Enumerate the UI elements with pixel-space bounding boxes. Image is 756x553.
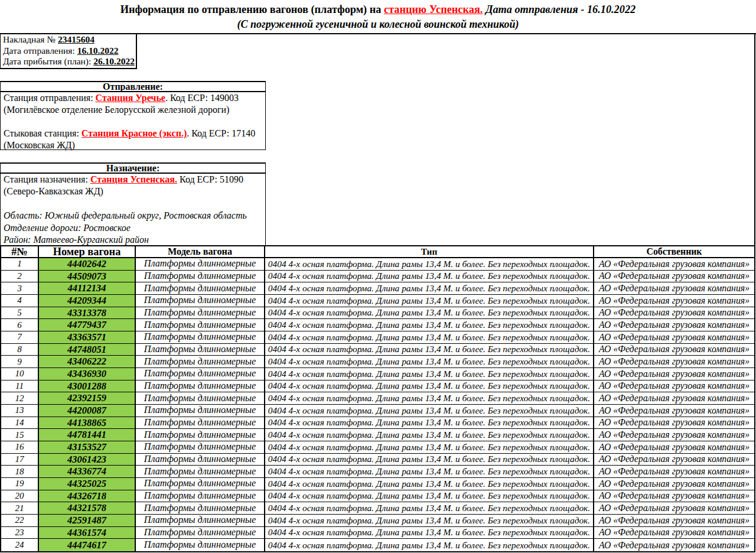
row-index-cell: 17 <box>1 454 39 466</box>
wagon-type-cell: 0404 4-х осная платформа. Длина рамы 13,… <box>265 380 594 393</box>
wagon-owner-cell: АО «Федеральная грузовая компания» <box>594 429 754 441</box>
wagon-type-cell: 0404 4-х осная платформа. Длина рамы 13,… <box>265 392 594 405</box>
wagon-model-cell: Платформы длинномерные <box>136 429 265 441</box>
wagon-type-cell: 0404 4-х осная платформа. Длина рамы 13,… <box>265 515 594 527</box>
destination-station-link[interactable]: Станция Успенская. <box>90 174 177 184</box>
wagon-number-cell[interactable]: 43436930 <box>39 368 136 380</box>
waybill-number-value: 23415604 <box>58 34 94 44</box>
junction-station-code: . Код ЕСР: 17140 <box>187 128 255 138</box>
wagon-number-cell[interactable]: 44779437 <box>39 319 136 331</box>
wagon-owner-cell: АО «Федеральная грузовая компания» <box>594 319 754 331</box>
wagon-number-cell[interactable]: 43153527 <box>39 441 136 454</box>
wagon-number-cell[interactable]: 44326718 <box>39 490 136 503</box>
wagon-owner-cell: АО «Федеральная грузовая компания» <box>594 527 754 539</box>
destination-section-header: Назначение: <box>1 164 265 174</box>
wagon-type-cell: 0404 4-х осная платформа. Длина рамы 13,… <box>265 319 594 331</box>
wagon-number-cell[interactable]: 44474617 <box>39 539 136 551</box>
wagon-number-cell[interactable]: 44209344 <box>39 295 136 307</box>
row-index-cell: 12 <box>1 392 39 405</box>
wagon-type-cell: 0404 4-х осная платформа. Длина рамы 13,… <box>265 502 594 515</box>
departure-blank-line <box>4 116 265 128</box>
wagon-number-cell[interactable]: 44748051 <box>39 344 136 356</box>
junction-station-label: Стыковая станция: <box>4 128 82 138</box>
right-border-line <box>754 34 755 245</box>
waybill-number-line: Накладная № 23415604 <box>3 34 136 45</box>
wagon-number-cell[interactable]: 42392159 <box>39 392 136 405</box>
departure-date-line: Дата отправления: 16.10.2022 <box>3 45 136 57</box>
wagon-type-cell: 0404 4-х осная платформа. Длина рамы 13,… <box>265 466 594 478</box>
wagon-number-cell[interactable]: 44336774 <box>39 466 136 478</box>
row-index-cell: 15 <box>1 429 39 441</box>
wagon-type-cell: 0404 4-х осная платформа. Длина рамы 13,… <box>265 282 594 295</box>
wagon-owner-cell: АО «Федеральная грузовая компания» <box>594 478 754 490</box>
row-index-cell: 10 <box>1 368 39 380</box>
wagon-model-cell: Платформы длинномерные <box>136 515 265 527</box>
title-date: Дата отправления - 16.10.2022 <box>483 4 636 15</box>
wagon-type-cell: 0404 4-х осная платформа. Длина рамы 13,… <box>265 307 594 320</box>
wagon-number-cell[interactable]: 44402642 <box>39 258 136 271</box>
wagon-table: #№ Номер вагона Модель вагона Тип Собств… <box>0 245 755 552</box>
wagon-number-cell[interactable]: 44325025 <box>39 478 136 490</box>
wagon-number-cell[interactable]: 43313378 <box>39 307 136 320</box>
departure-section: Отправление: Станция отправления: Станци… <box>0 81 266 150</box>
departure-station-link[interactable]: Станция Уречье <box>96 93 165 103</box>
wagon-owner-cell: АО «Федеральная грузовая компания» <box>594 539 754 551</box>
wagon-model-cell: Платформы длинномерные <box>136 490 265 503</box>
wagon-owner-cell: АО «Федеральная грузовая компания» <box>594 380 754 393</box>
wagon-model-cell: Платформы длинномерные <box>136 344 265 356</box>
row-index-cell: 20 <box>1 490 39 503</box>
wagon-number-cell[interactable]: 44509073 <box>39 271 136 283</box>
row-index-cell: 21 <box>1 502 39 515</box>
wagon-owner-cell: АО «Федеральная грузовая компания» <box>594 417 754 430</box>
row-index-cell: 8 <box>1 344 39 356</box>
arrival-date-value: 26.10.2022 <box>93 56 135 66</box>
wagon-model-cell: Платформы длинномерные <box>136 527 265 539</box>
wagon-number-cell[interactable]: 44138865 <box>39 417 136 430</box>
title-line-1: Информация по отправлению вагонов (платф… <box>120 2 636 17</box>
wagon-owner-cell: АО «Федеральная грузовая компания» <box>594 282 754 295</box>
wagon-number-cell[interactable]: 44361574 <box>39 527 136 539</box>
junction-station-link[interactable]: Станция Красное (эксп.) <box>82 128 187 138</box>
wagon-number-cell[interactable]: 43001288 <box>39 380 136 393</box>
wagon-type-cell: 0404 4-х осная платформа. Длина рамы 13,… <box>265 527 594 539</box>
wagon-type-cell: 0404 4-х осная платформа. Длина рамы 13,… <box>265 429 594 441</box>
wagon-number-cell[interactable]: 44321578 <box>39 502 136 515</box>
wagon-model-cell: Платформы длинномерные <box>136 307 265 320</box>
wagon-type-cell: 0404 4-х осная платформа. Длина рамы 13,… <box>265 478 594 490</box>
title-station-link[interactable]: станцию Успенская. <box>384 4 483 15</box>
wagon-number-cell[interactable]: 43406222 <box>39 356 136 368</box>
row-index-cell: 1 <box>1 258 39 271</box>
wagon-number-cell[interactable]: 44200087 <box>39 405 136 417</box>
wagon-type-cell: 0404 4-х осная платформа. Длина рамы 13,… <box>265 356 594 368</box>
destination-section-body: Станция назначения: Станция Успенская. К… <box>1 174 265 247</box>
wagon-model-cell: Платформы длинномерные <box>136 331 265 344</box>
departure-section-body: Станция отправления: Станция Уречье. Код… <box>1 92 265 152</box>
destination-road-line: (Северо-Кавказская ЖД) <box>4 186 265 198</box>
wagon-owner-cell: АО «Федеральная грузовая компания» <box>594 405 754 417</box>
wagon-number-cell[interactable]: 43363571 <box>39 331 136 344</box>
wagon-model-cell: Платформы длинномерные <box>136 466 265 478</box>
wagon-owner-cell: АО «Федеральная грузовая компания» <box>594 502 754 515</box>
wagon-number-cell[interactable]: 44781441 <box>39 429 136 441</box>
wagon-model-cell: Платформы длинномерные <box>136 405 265 417</box>
departure-date-label: Дата отправления: <box>3 45 77 56</box>
wagon-number-cell[interactable]: 43061423 <box>39 454 136 466</box>
column-header-owner: Собственник <box>594 246 754 258</box>
destination-region-line: Область: Южный федеральный округ, Ростов… <box>4 210 265 222</box>
column-header-type: Тип <box>265 246 594 258</box>
wagon-number-cell[interactable]: 44112134 <box>39 282 136 295</box>
row-index-cell: 18 <box>1 466 39 478</box>
wagon-type-cell: 0404 4-х осная платформа. Длина рамы 13,… <box>265 405 594 417</box>
wagon-number-cell[interactable]: 42591487 <box>39 515 136 527</box>
wagon-type-cell: 0404 4-х осная платформа. Длина рамы 13,… <box>265 441 594 454</box>
wagon-type-cell: 0404 4-х осная платформа. Длина рамы 13,… <box>265 344 594 356</box>
title-line-2: (С погруженной гусеничной и колесной вои… <box>237 17 519 31</box>
departure-section-header: Отправление: <box>1 82 265 92</box>
wagon-owner-cell: АО «Федеральная грузовая компания» <box>594 515 754 527</box>
arrival-date-line: Дата прибытия (план): 26.10.2022 <box>3 56 136 67</box>
wagon-owner-cell: АО «Федеральная грузовая компания» <box>594 356 754 368</box>
wagon-type-cell: 0404 4-х осная платформа. Длина рамы 13,… <box>265 295 594 307</box>
row-index-cell: 2 <box>1 271 39 283</box>
wagon-owner-cell: АО «Федеральная грузовая компания» <box>594 368 754 380</box>
wagon-model-cell: Платформы длинномерные <box>136 295 265 307</box>
